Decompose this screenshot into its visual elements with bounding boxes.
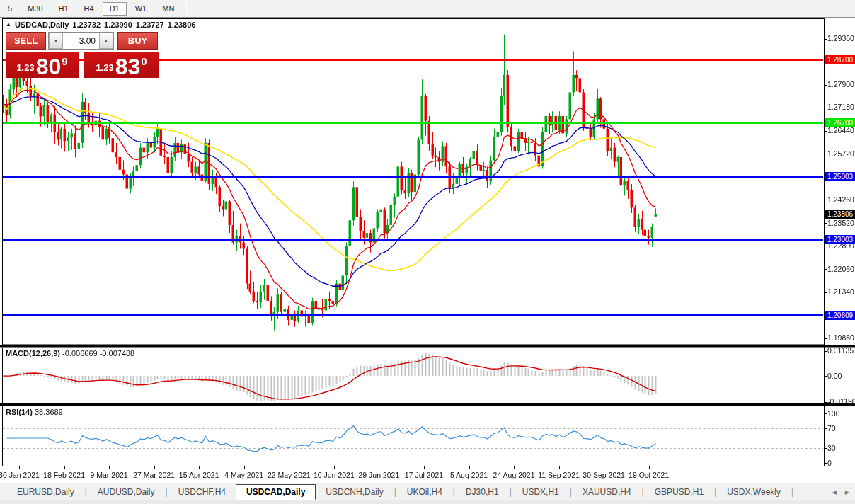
triangle-down-icon: ▼ <box>54 38 59 43</box>
timeframe-button-h1[interactable]: H1 <box>52 2 76 16</box>
trading-terminal: 5M30H1H4D1W1MN ▲ USDCAD,Daily 1.23732 1.… <box>0 0 855 504</box>
tab-separator: | <box>510 487 512 497</box>
tabs-scroll-left-icon[interactable]: ◀ <box>832 489 837 496</box>
symbol-tab-bar: EURUSD,Daily|AUDUSD,Daily|USDCHF,H4USDCA… <box>0 483 855 500</box>
timeframe-button-h4[interactable]: H4 <box>77 2 101 16</box>
tab-audusd-daily[interactable]: AUDUSD,Daily <box>88 485 165 499</box>
volume-input[interactable]: 3.00 <box>63 33 99 49</box>
tab-separator: | <box>394 487 396 497</box>
status-bar <box>0 500 855 504</box>
tab-usdchf-h4[interactable]: USDCHF,H4 <box>168 485 236 499</box>
tab-xauusd-h4[interactable]: XAUUSD,H4 <box>573 485 641 499</box>
collapse-panel-icon[interactable]: ▲ <box>6 21 11 28</box>
triangle-up-icon: ▲ <box>104 38 109 43</box>
sell-button[interactable]: SELL <box>6 32 46 50</box>
ask-big-figure: 83 <box>115 57 141 76</box>
bid-prefix: 1.23 <box>16 62 34 73</box>
volume-decrease-button[interactable]: ▼ <box>49 33 63 49</box>
timeframe-button-mn[interactable]: MN <box>155 2 181 16</box>
volume-stepper: ▼ 3.00 ▲ <box>48 32 114 50</box>
tab-usdx-weekly[interactable]: USDX,Weekly <box>717 485 791 499</box>
tab-separator: | <box>166 487 168 497</box>
bid-price-display[interactable]: 1.23 80 9 <box>6 52 79 78</box>
tab-separator: | <box>714 487 716 497</box>
timeframe-button-m30[interactable]: M30 <box>21 2 50 16</box>
tab-gbpusd-h1[interactable]: GBPUSD,H1 <box>645 485 713 499</box>
ask-pip-digit: 0 <box>141 55 147 67</box>
timeframe-button-d1[interactable]: D1 <box>103 2 127 16</box>
ask-prefix: 1.23 <box>96 62 113 73</box>
tab-dj30-h1[interactable]: DJ30,H1 <box>456 485 509 499</box>
tab-usdx-h1[interactable]: USDX,H1 <box>512 485 569 499</box>
tab-separator: | <box>453 487 455 497</box>
timeframe-button-w1[interactable]: W1 <box>128 2 154 16</box>
tab-separator: | <box>791 487 793 497</box>
tab-usdcad-daily[interactable]: USDCAD,Daily <box>236 484 316 500</box>
bid-big-figure: 80 <box>36 57 62 76</box>
tabs-scroll-right-icon[interactable]: ▶ <box>845 489 849 496</box>
tab-ukoil-h4[interactable]: UKOil,H4 <box>397 485 452 499</box>
tab-separator: | <box>85 487 87 497</box>
timeframe-button-5[interactable]: 5 <box>1 2 19 16</box>
volume-increase-button[interactable]: ▲ <box>99 33 113 49</box>
bid-pip-digit: 9 <box>62 55 67 67</box>
tab-eurusd-daily[interactable]: EURUSD,Daily <box>7 485 84 499</box>
tab-usdcnh-daily[interactable]: USDCNH,Daily <box>316 485 393 499</box>
tab-separator: | <box>642 487 644 497</box>
ask-price-display[interactable]: 1.23 83 0 <box>84 52 159 78</box>
buy-button[interactable]: BUY <box>117 32 158 50</box>
tab-separator: | <box>570 487 572 497</box>
timeframe-toolbar: 5M30H1H4D1W1MN <box>0 0 855 18</box>
